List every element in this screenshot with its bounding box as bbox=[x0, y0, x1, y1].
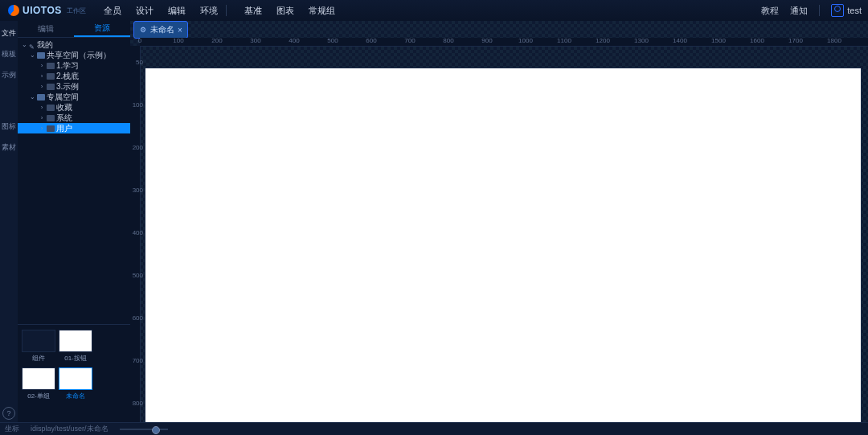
ruler-tick: 1000 bbox=[518, 37, 533, 44]
close-icon[interactable]: × bbox=[178, 26, 182, 35]
ruler-tick: 300 bbox=[250, 37, 260, 44]
chevron-down-icon[interactable]: ⌄ bbox=[29, 52, 35, 59]
ruler-tick: 100 bbox=[130, 101, 143, 109]
menu-item-group[interactable]: 常规组 bbox=[309, 5, 335, 17]
menu-item-env[interactable]: 环境 bbox=[200, 5, 218, 17]
side-tab-editor[interactable]: 编辑 bbox=[18, 21, 74, 37]
chevron-down-icon[interactable]: ⌄ bbox=[29, 94, 35, 101]
ruler-vertical[interactable]: 50100200300400500600700800 bbox=[130, 46, 141, 423]
tree-item-selected[interactable]: › 用户 bbox=[18, 123, 130, 133]
thumbnail-preview bbox=[22, 330, 55, 352]
nav-assets[interactable]: 素材 bbox=[2, 140, 16, 154]
zoom-thumb[interactable] bbox=[152, 426, 160, 434]
ruler-tick: 200 bbox=[211, 37, 222, 44]
app-name: UIOTOS bbox=[23, 5, 62, 16]
zoom-slider[interactable] bbox=[120, 429, 168, 430]
ruler-tick: 900 bbox=[481, 37, 492, 44]
menu-item-all[interactable]: 全员 bbox=[104, 5, 121, 17]
ruler-tick: 600 bbox=[130, 314, 143, 322]
tree-user-space[interactable]: ⌄ 专属空间 bbox=[18, 92, 130, 102]
ruler-tick: 1300 bbox=[634, 37, 649, 44]
nav-template[interactable]: 模板 bbox=[2, 47, 16, 61]
side-tab-assets[interactable]: 资源 bbox=[74, 21, 130, 37]
thumbnail-label: 01-按钮 bbox=[64, 354, 87, 363]
file-tree: ⌄ 我的 ⌄ 共享空间（示例） › 1.学习 › 2.栈底 › 3.示例 ⌄ 专… bbox=[18, 38, 130, 135]
nav-rail: 文件 模板 示例 图标 素材 ? bbox=[0, 21, 18, 428]
menu-item-base[interactable]: 基准 bbox=[244, 5, 262, 17]
tree-item[interactable]: › 收藏 bbox=[18, 102, 130, 113]
nav-icons[interactable]: 图标 bbox=[2, 119, 16, 133]
main-menu: 全员 设计 编辑 环境 bbox=[104, 5, 218, 17]
chevron-right-icon[interactable]: › bbox=[39, 105, 45, 111]
folder-icon bbox=[47, 84, 55, 90]
tree-item[interactable]: › 系统 bbox=[18, 113, 130, 123]
tree-item[interactable]: › 3.示例 bbox=[18, 81, 130, 92]
document-tab[interactable]: ⚙ 未命名 × bbox=[133, 21, 188, 39]
folder-icon bbox=[47, 105, 55, 111]
canvas[interactable] bbox=[145, 68, 862, 423]
ruler-tick: 1500 bbox=[711, 37, 726, 44]
divider bbox=[819, 5, 820, 16]
ruler-tick: 100 bbox=[173, 37, 183, 44]
thumbnail-item[interactable]: 01-按钮 bbox=[59, 330, 92, 363]
pencil-icon bbox=[29, 42, 35, 48]
chevron-right-icon[interactable]: › bbox=[39, 73, 45, 80]
ruler-tick: 1100 bbox=[557, 37, 571, 44]
chevron-right-icon[interactable]: › bbox=[39, 84, 45, 90]
ruler-tick: 400 bbox=[130, 229, 143, 236]
ruler-tick: 800 bbox=[130, 400, 143, 407]
status-bar: 坐标 idisplay/test/user/未命名 bbox=[0, 422, 868, 435]
side-panel: 编辑 资源 ⌄ 我的 ⌄ 共享空间（示例） › 1.学习 › 2.栈底 › 3.… bbox=[18, 21, 131, 423]
help-icon[interactable]: ? bbox=[2, 407, 15, 420]
ruler-tick: 300 bbox=[130, 187, 143, 194]
secondary-menu: 基准 图表 常规组 bbox=[244, 5, 335, 17]
ruler-tick: 400 bbox=[289, 37, 299, 44]
folder-icon bbox=[47, 63, 55, 69]
ruler-horizontal[interactable]: 0100200300400500600700800900100011001200… bbox=[140, 38, 868, 47]
menu-item-tutorial[interactable]: 教程 bbox=[761, 5, 779, 17]
chevron-right-icon[interactable]: › bbox=[39, 125, 45, 132]
tree-shared-space[interactable]: ⌄ 共享空间（示例） bbox=[18, 50, 130, 60]
thumbnail-item[interactable]: 组件 bbox=[23, 330, 55, 363]
document-tab-bar: ⚙ 未命名 × bbox=[130, 21, 868, 38]
canvas-viewport: ⚙ 未命名 × 01002003004005006007008009001000… bbox=[130, 21, 868, 423]
nav-example[interactable]: 示例 bbox=[2, 68, 16, 82]
menu-item-notify[interactable]: 通知 bbox=[790, 5, 808, 17]
chevron-right-icon[interactable]: › bbox=[39, 63, 45, 69]
tree-label: 共享空间（示例） bbox=[47, 50, 111, 61]
thumbnail-item[interactable]: 02-单组 bbox=[23, 367, 55, 400]
tree-item[interactable]: › 2.栈底 bbox=[18, 71, 130, 81]
nav-file[interactable]: 文件 bbox=[2, 26, 16, 40]
tree-label: 系统 bbox=[56, 113, 72, 124]
menu-item-design[interactable]: 设计 bbox=[136, 5, 154, 17]
tree-label: 3.示例 bbox=[56, 81, 79, 92]
thumbnail-preview bbox=[22, 367, 55, 390]
menu-item-chart[interactable]: 图表 bbox=[276, 5, 294, 17]
user-account[interactable]: test bbox=[831, 4, 862, 17]
tree-label: 用户 bbox=[56, 123, 72, 134]
ruler-tick: 700 bbox=[130, 357, 143, 364]
ruler-tick: 600 bbox=[366, 37, 376, 44]
zoom-track[interactable] bbox=[120, 429, 168, 430]
menu-item-edit[interactable]: 编辑 bbox=[168, 5, 186, 17]
tree-label: 专属空间 bbox=[47, 92, 79, 103]
tree-item[interactable]: › 1.学习 bbox=[18, 60, 130, 71]
thumbnail-label: 组件 bbox=[32, 354, 45, 363]
thumbnail-item-selected[interactable]: 未命名 bbox=[59, 367, 92, 400]
tree-label: 1.学习 bbox=[56, 60, 79, 72]
status-coords: 坐标 bbox=[5, 424, 19, 434]
ruler-tick: 0 bbox=[138, 37, 141, 44]
chevron-down-icon[interactable]: ⌄ bbox=[21, 42, 27, 48]
tree-label: 2.栈底 bbox=[56, 71, 79, 82]
ruler-tick: 800 bbox=[443, 37, 453, 44]
tree-root[interactable]: ⌄ 我的 bbox=[18, 39, 130, 50]
thumbnail-preview bbox=[59, 367, 92, 390]
thumbnail-grid: 组件 01-按钮 02-单组 未命名 bbox=[18, 324, 130, 423]
thumbnail-label: 02-单组 bbox=[27, 392, 50, 400]
ruler-tick: 500 bbox=[327, 37, 338, 44]
divider bbox=[226, 5, 227, 16]
folder-icon bbox=[37, 52, 45, 59]
chevron-right-icon[interactable]: › bbox=[39, 115, 45, 121]
app-logo: UIOTOS 工作区 bbox=[0, 5, 94, 16]
thumbnail-preview bbox=[59, 330, 92, 352]
